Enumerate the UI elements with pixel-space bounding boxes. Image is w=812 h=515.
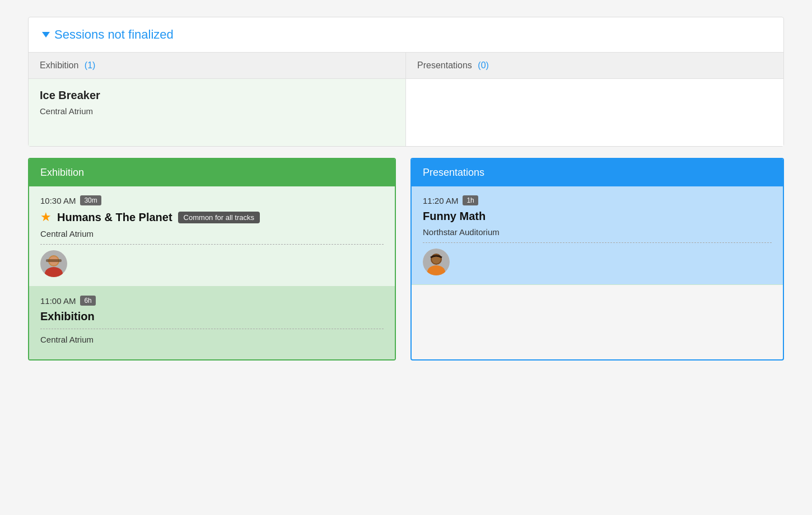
not-finalized-exhibition-label: Exhibition — [40, 60, 78, 70]
exhibition-session-title-row: Exhibition — [40, 310, 384, 323]
humans-planet-location: Central Atrium — [40, 229, 384, 238]
funny-math-time-row: 11:20 AM 1h — [423, 195, 772, 205]
humans-planet-speaker-avatar — [40, 250, 67, 277]
not-finalized-exhibition-count: (1) — [85, 60, 96, 70]
humans-planet-session[interactable]: 10:30 AM 30m ★ Humans & The Planet Commo… — [29, 186, 395, 287]
exhibition-session-location: Central Atrium — [40, 335, 384, 344]
not-finalized-presentations-empty — [406, 79, 783, 146]
funny-math-session[interactable]: 11:20 AM 1h Funny Math Northstar Auditor… — [412, 186, 783, 285]
funny-math-duration: 1h — [463, 195, 478, 205]
sessions-not-finalized-panel: Sessions not finalized Exhibition (1) Ic… — [28, 17, 784, 147]
funny-math-time: 11:20 AM — [423, 196, 458, 205]
funny-math-divider — [423, 242, 772, 243]
exhibition-track-label: Exhibition — [40, 167, 84, 178]
humans-planet-time: 10:30 AM — [40, 196, 76, 205]
svg-rect-4 — [46, 259, 62, 262]
not-finalized-presentations-header: Presentations (0) — [406, 53, 783, 79]
exhibition-session-time-row: 11:00 AM 6h — [40, 296, 384, 306]
exhibition-session-divider — [40, 329, 384, 329]
main-tracks-grid: Exhibition 10:30 AM 30m ★ Humans & The P… — [28, 158, 784, 360]
funny-math-speaker-avatar — [423, 249, 450, 275]
exhibition-session-duration: 6h — [80, 296, 95, 306]
sessions-not-finalized-grid: Exhibition (1) Ice Breaker Central Atriu… — [29, 53, 783, 146]
funny-math-location: Northstar Auditorium — [423, 227, 772, 237]
humans-planet-title: Humans & The Planet — [57, 211, 172, 224]
not-finalized-exhibition-column: Exhibition (1) Ice Breaker Central Atriu… — [29, 53, 406, 146]
humans-planet-time-row: 10:30 AM 30m — [40, 195, 384, 205]
not-finalized-presentations-column: Presentations (0) — [406, 53, 783, 146]
humans-planet-duration: 30m — [80, 195, 101, 205]
ice-breaker-title: Ice Breaker — [40, 89, 394, 102]
not-finalized-ice-breaker-item[interactable]: Ice Breaker Central Atrium — [29, 79, 405, 146]
funny-math-title-row: Funny Math — [423, 210, 772, 223]
page-container: Sessions not finalized Exhibition (1) Ic… — [28, 17, 784, 360]
presentations-track-header: Presentations — [412, 159, 783, 186]
not-finalized-presentations-label: Presentations — [417, 60, 472, 70]
sessions-not-finalized-label: Sessions not finalized — [54, 27, 174, 42]
sessions-not-finalized-title: Sessions not finalized — [42, 27, 770, 42]
presentations-track-label: Presentations — [423, 167, 484, 178]
ice-breaker-location: Central Atrium — [40, 106, 394, 116]
presentations-track-column: Presentations 11:20 AM 1h Funny Math Nor… — [410, 158, 784, 360]
exhibition-track-column: Exhibition 10:30 AM 30m ★ Humans & The P… — [28, 158, 396, 360]
exhibition-track-header: Exhibition — [29, 159, 395, 186]
humans-planet-divider — [40, 244, 384, 245]
collapse-icon — [42, 32, 50, 38]
funny-math-title: Funny Math — [423, 210, 486, 223]
not-finalized-presentations-count: (0) — [478, 60, 489, 70]
humans-planet-title-row: ★ Humans & The Planet Common for all tra… — [40, 210, 384, 224]
exhibition-session-time: 11:00 AM — [40, 296, 76, 306]
exhibition-session-title: Exhibition — [40, 310, 95, 323]
star-icon: ★ — [40, 210, 52, 224]
exhibition-session[interactable]: 11:00 AM 6h Exhibition Central Atrium — [29, 287, 395, 359]
not-finalized-exhibition-header: Exhibition (1) — [29, 53, 405, 79]
sessions-not-finalized-header[interactable]: Sessions not finalized — [29, 17, 783, 53]
common-for-all-tracks-badge: Common for all tracks — [178, 212, 260, 223]
